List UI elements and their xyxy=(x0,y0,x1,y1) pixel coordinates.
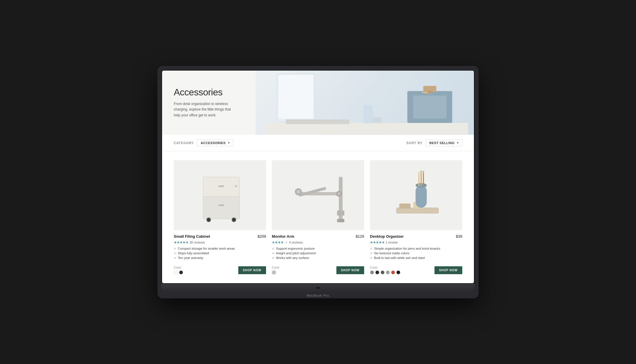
product-price-3: $39 xyxy=(456,234,462,239)
check-icon: ✓ xyxy=(174,256,176,260)
feature-item: ✓Built to last with white ash and steel xyxy=(370,256,462,260)
category-value: ACCESSORIES xyxy=(201,141,226,145)
star-rating-2: ★★★★ xyxy=(272,240,284,244)
product-footer-3: Color SHOP NOW xyxy=(370,264,462,274)
product-card-desktop-organizer: Desktop Organizer $39 ★★★★★ 1 review ✓Si… xyxy=(367,157,465,277)
shop-now-button-2[interactable]: SHOP NOW xyxy=(336,266,364,274)
review-count-1: 30 reviews xyxy=(190,241,205,244)
hero-desk-illustration xyxy=(265,71,468,135)
color-label-2: Color xyxy=(272,266,279,269)
product-name-3: Desktop Organizer xyxy=(370,234,404,239)
color-swatch-black[interactable] xyxy=(396,270,400,274)
color-swatch-silver[interactable] xyxy=(272,270,276,274)
svg-point-21 xyxy=(233,218,235,221)
feature-item: ✓Compact storage for smaller work areas xyxy=(174,247,266,251)
products-grid: Small Filing Cabinet $209 ★★★★★ 30 revie… xyxy=(162,151,474,283)
product-name-2: Monitor Arm xyxy=(272,234,294,239)
product-info-row-3: Desktop Organizer $39 xyxy=(370,234,462,239)
star-rating-3: ★★★★★ xyxy=(370,240,385,244)
product-card-filing-cabinet: Small Filing Cabinet $209 ★★★★★ 30 revie… xyxy=(171,157,269,277)
hero-title: Accessories xyxy=(174,87,238,98)
product-price-1: $209 xyxy=(258,234,266,239)
laptop-frame: Accessories From desk organization to wi… xyxy=(157,66,479,298)
svg-rect-3 xyxy=(286,119,349,124)
feature-item: ✓Ten year warranty xyxy=(174,256,266,260)
product-image-desktop-organizer xyxy=(370,160,462,230)
svg-rect-15 xyxy=(218,185,224,187)
star-rating-1: ★★★★★ xyxy=(174,240,188,244)
product-image-filing-cabinet xyxy=(174,160,266,230)
color-swatch-grey2[interactable] xyxy=(380,270,385,274)
check-icon: ✓ xyxy=(272,251,274,255)
color-swatch-white[interactable] xyxy=(174,270,178,274)
hero-section: Accessories From desk organization to wi… xyxy=(162,71,474,135)
color-swatches-3 xyxy=(370,270,400,274)
laptop-screen: Accessories From desk organization to wi… xyxy=(161,70,475,284)
svg-point-29 xyxy=(338,192,340,195)
check-icon: ✓ xyxy=(174,251,176,255)
svg-rect-16 xyxy=(218,204,224,206)
review-count-2: 4 reviews xyxy=(289,241,303,244)
star-empty-2: ★ xyxy=(285,240,288,244)
product-footer-1: Color SHOP NOW xyxy=(174,264,266,274)
shop-now-button-3[interactable]: SHOP NOW xyxy=(435,266,462,274)
svg-point-20 xyxy=(208,218,210,221)
svg-rect-31 xyxy=(397,208,439,213)
sortby-label: SORT BY xyxy=(406,141,423,145)
svg-rect-5 xyxy=(373,117,381,123)
feature-item: ✓Support ergonomic posture xyxy=(272,247,364,251)
feature-item: ✓Height and pitch adjustment xyxy=(272,251,364,255)
feature-item: ✓Ships fully assembled xyxy=(174,251,266,255)
sortby-select[interactable]: BEST SELLING ▾ xyxy=(425,139,462,146)
product-features-3: ✓Simple organization for pens and knick-… xyxy=(370,247,462,261)
product-price-2: $129 xyxy=(356,234,364,239)
product-features-2: ✓Support ergonomic posture ✓Height and p… xyxy=(272,247,364,261)
feature-item: ✓Works with any surface xyxy=(272,256,364,260)
product-stars-2: ★★★★★ 4 reviews xyxy=(272,240,364,244)
review-count-3: 1 review xyxy=(386,241,398,244)
chevron-down-icon-sort: ▾ xyxy=(457,141,459,144)
category-select[interactable]: ACCESSORIES ▾ xyxy=(197,139,233,146)
hero-description: From desk organization to wireless charg… xyxy=(174,101,238,118)
svg-rect-7 xyxy=(413,95,446,118)
svg-rect-4 xyxy=(364,105,372,123)
macbook-label: MacBook Pro xyxy=(161,292,475,298)
color-label-3: Color xyxy=(370,266,400,269)
feature-item: ✓Six textured matte colors xyxy=(370,251,462,255)
svg-rect-23 xyxy=(337,210,344,215)
product-stars-3: ★★★★★ 1 review xyxy=(370,240,462,244)
shop-now-button-1[interactable]: SHOP NOW xyxy=(238,266,266,274)
color-section-1: Color xyxy=(174,266,183,274)
product-name-1: Small Filing Cabinet xyxy=(174,234,210,239)
color-swatch-grey1[interactable] xyxy=(370,270,374,274)
color-swatch-light[interactable] xyxy=(386,270,390,274)
product-info-row-1: Small Filing Cabinet $209 xyxy=(174,234,266,239)
svg-rect-2 xyxy=(278,75,313,118)
product-stars-1: ★★★★★ 30 reviews xyxy=(174,240,266,244)
check-icon: ✓ xyxy=(370,247,373,251)
check-icon: ✓ xyxy=(174,247,176,251)
color-section-2: Color xyxy=(272,266,279,274)
product-info-row-2: Monitor Arm $129 xyxy=(272,234,364,239)
svg-rect-34 xyxy=(416,185,427,208)
category-filter: CATEGORY ACCESSORIES ▾ xyxy=(174,139,233,146)
color-swatch-red[interactable] xyxy=(391,270,395,274)
category-label: CATEGORY xyxy=(174,141,194,145)
laptop-base xyxy=(161,284,475,292)
chevron-down-icon: ▾ xyxy=(228,141,230,144)
svg-rect-0 xyxy=(265,123,468,134)
feature-item: ✓Simple organization for pens and knick-… xyxy=(370,247,462,251)
check-icon: ✓ xyxy=(272,256,274,260)
hero-content: Accessories From desk organization to wi… xyxy=(162,78,250,127)
svg-marker-41 xyxy=(423,171,424,174)
color-swatch-dark[interactable] xyxy=(375,270,379,274)
color-swatch-black[interactable] xyxy=(179,270,183,274)
svg-point-17 xyxy=(235,185,237,187)
color-label-1: Color xyxy=(174,266,183,269)
check-icon: ✓ xyxy=(370,256,373,260)
sortby-value: BEST SELLING xyxy=(429,141,454,145)
product-features-1: ✓Compact storage for smaller work areas … xyxy=(174,247,266,261)
check-icon: ✓ xyxy=(272,247,274,251)
color-swatches-1 xyxy=(174,270,183,274)
color-swatches-2 xyxy=(272,270,279,274)
